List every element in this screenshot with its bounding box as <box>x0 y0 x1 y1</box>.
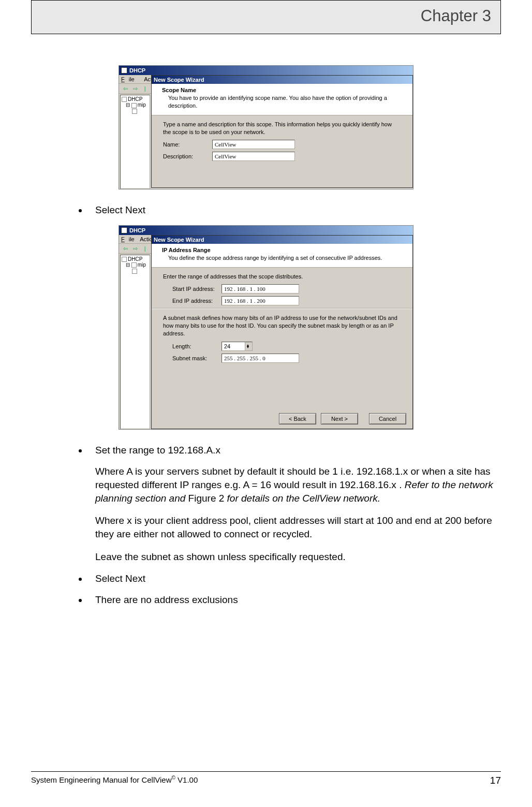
wizard-subheading: You have to provide an identifying scope… <box>168 94 404 110</box>
bullet-set-range: Set the range to 192.168.A.x <box>88 444 501 457</box>
nav-back-icon-2[interactable]: ⇦ <box>121 245 129 252</box>
bullet-no-exclusions: There are no address exclusions <box>88 594 501 607</box>
wizard-heading: Scope Name <box>162 87 404 93</box>
nav-pipe: | <box>141 85 149 92</box>
wizard-scope-name: New Scope Wizard Scope Name You have to … <box>151 75 413 188</box>
subnet-mask-input[interactable]: 255 . 255 . 255 . 0 <box>221 354 299 363</box>
tree-pane-2[interactable]: DHCP ⊟ mip <box>120 255 150 429</box>
bullet-select-next-2: Select Next <box>88 573 501 585</box>
description-input[interactable]: CellView <box>212 152 295 161</box>
nav-pipe-2: | <box>141 245 149 252</box>
figure-ip-range: DHCP File Actio ⇦ ⇨ | DHCP ⊟ mip <box>31 225 501 432</box>
mmc-titlebar-2[interactable]: DHCP <box>119 226 413 235</box>
tree-node-1b: ⊟ mip <box>122 262 149 268</box>
tree-pane[interactable]: DHCP ⊟ mip <box>120 95 150 189</box>
bullet-select-next-1: Select Next <box>88 204 501 217</box>
end-ip-input[interactable]: 192 . 168 . 1 . 200 <box>221 296 299 305</box>
cancel-button[interactable]: Cancel <box>369 413 406 424</box>
app-title: DHCP <box>129 67 145 74</box>
tree-root: DHCP <box>122 96 149 102</box>
next-button[interactable]: Next > <box>321 413 358 424</box>
wizard-instruction: Type a name and description for this sco… <box>163 121 401 136</box>
para-where-a: Where A is your servers subnet by defaul… <box>31 465 501 505</box>
instr-range: Enter the range of addresses that the sc… <box>163 273 401 281</box>
nav-forward-icon[interactable]: ⇨ <box>131 85 139 92</box>
page-footer: System Engineering Manual for CellView© … <box>31 771 501 786</box>
server-icon <box>122 97 127 102</box>
divider <box>152 308 412 309</box>
tree-root-2: DHCP <box>122 256 149 262</box>
wizard-heading-2: IP Address Range <box>162 247 404 253</box>
name-input[interactable]: CellView <box>212 140 295 149</box>
mmc-titlebar[interactable]: DHCP <box>119 66 413 75</box>
app-icon <box>121 67 127 74</box>
tree-node-2 <box>122 108 149 114</box>
folder-icon <box>132 269 137 274</box>
folder-icon <box>131 103 137 108</box>
nav-back-icon[interactable]: ⇦ <box>121 85 129 92</box>
app-icon <box>121 227 127 233</box>
wizard-titlebar-2[interactable]: New Scope Wizard <box>152 236 412 244</box>
server-icon <box>122 257 127 262</box>
wizard-header-2: IP Address Range You define the scope ad… <box>152 244 412 268</box>
app-title-2: DHCP <box>129 227 145 233</box>
folder-icon <box>131 262 137 268</box>
subnet-mask-label: Subnet mask: <box>172 355 221 361</box>
nav-forward-icon-2[interactable]: ⇨ <box>131 245 139 252</box>
tree-node-1: ⊟ mip <box>122 102 149 108</box>
para-leave-subnet: Leave the subnet as shown unless specifi… <box>31 550 501 564</box>
footer-left: System Engineering Manual for CellView© … <box>31 775 198 786</box>
length-label: Length: <box>172 343 221 349</box>
end-ip-label: End IP address: <box>172 298 221 304</box>
wizard-button-row: < Back Next > Cancel <box>276 413 406 424</box>
tree-node-2b <box>122 268 149 273</box>
menu-action-2[interactable]: Actio <box>140 236 152 242</box>
wizard-ip-range: New Scope Wizard IP Address Range You de… <box>151 235 413 429</box>
dhcp-console-2: DHCP File Actio ⇦ ⇨ | DHCP ⊟ mip <box>119 225 413 430</box>
spinner-buttons-icon[interactable] <box>245 342 252 350</box>
menu-file[interactable]: File <box>121 76 139 82</box>
instr-subnet: A subnet mask defines how many bits of a… <box>163 314 401 338</box>
folder-icon <box>132 109 137 114</box>
para-where-x: Where x is your client address pool, cli… <box>31 514 501 540</box>
length-value: 24 <box>222 343 232 349</box>
footer-page-number: 17 <box>490 775 501 786</box>
back-button[interactable]: < Back <box>279 413 316 424</box>
wizard-subheading-2: You define the scope address range by id… <box>168 254 404 262</box>
length-spinner[interactable]: 24 <box>221 342 253 351</box>
name-label: Name: <box>163 141 212 148</box>
figure-scope-name: DHCP File Actio ⇦ ⇨ | DHCP ⊟ mip <box>31 65 501 192</box>
menu-file-2[interactable]: File <box>121 236 135 242</box>
wizard-header: Scope Name You have to provide an identi… <box>152 84 412 115</box>
page-header: Chapter 3 <box>31 0 501 34</box>
chapter-title: Chapter 3 <box>421 7 491 25</box>
description-label: Description: <box>163 153 212 159</box>
start-ip-input[interactable]: 192 . 168 . 1 . 100 <box>221 284 299 294</box>
dhcp-console-1: DHCP File Actio ⇦ ⇨ | DHCP ⊟ mip <box>119 65 413 189</box>
wizard-titlebar[interactable]: New Scope Wizard <box>152 76 412 84</box>
start-ip-label: Start IP address: <box>172 286 221 292</box>
